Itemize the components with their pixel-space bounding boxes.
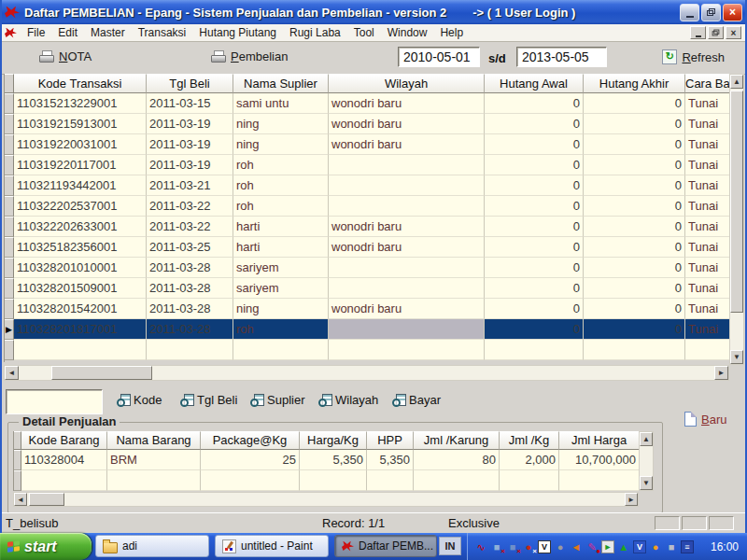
row-selector[interactable] <box>5 93 14 114</box>
activity-red-icon[interactable]: ∿ <box>474 540 487 553</box>
row-selector[interactable] <box>5 217 14 237</box>
cell[interactable]: 0 <box>584 299 685 319</box>
column-header-kode-barang[interactable]: Kode Barang <box>21 431 107 450</box>
search-input[interactable] <box>6 389 103 414</box>
cell[interactable] <box>367 470 414 491</box>
table-row[interactable]: 1103192159130012011-03-19ningwonodri bar… <box>5 114 730 134</box>
cell[interactable]: 2,000 <box>500 450 559 470</box>
language-indicator[interactable]: IN <box>439 537 461 555</box>
cell[interactable]: 110319220117001 <box>14 155 147 175</box>
cell[interactable] <box>329 155 485 175</box>
cell[interactable]: 0 <box>584 175 685 196</box>
mdi-minimize-button[interactable] <box>690 26 706 39</box>
cell[interactable]: Tunai <box>685 217 730 237</box>
menu-item-rugi-laba[interactable]: Rugi Laba <box>283 24 347 41</box>
cell[interactable] <box>107 470 201 491</box>
detail-horizontal-scroll-thumb[interactable] <box>29 493 64 506</box>
row-selector[interactable]: ▶ <box>5 319 14 340</box>
table-row[interactable]: 1103152132290012011-03-15sami untuwonodr… <box>5 93 730 114</box>
cell[interactable] <box>500 470 559 491</box>
cell[interactable]: Tunai <box>685 114 730 134</box>
cell[interactable]: wonodri baru <box>329 93 485 114</box>
cell[interactable]: Tunai <box>685 278 730 299</box>
menu-item-help[interactable]: Help <box>433 24 470 41</box>
cell[interactable] <box>201 470 300 491</box>
filter-button-bayar[interactable]: Bayar <box>392 393 441 407</box>
cell[interactable]: ning <box>233 299 329 319</box>
table-row[interactable]: 1103222026330012011-03-22hartiwonodri ba… <box>5 217 730 237</box>
document-v-icon[interactable]: V <box>538 540 551 553</box>
column-header-jml-kg[interactable]: Jml /Kg <box>500 431 559 450</box>
cell[interactable] <box>414 470 500 491</box>
cell[interactable]: 0 <box>584 319 685 340</box>
row-selector[interactable] <box>5 175 14 196</box>
cell[interactable]: 110328004 <box>21 450 107 470</box>
cell[interactable]: Tunai <box>685 319 730 340</box>
vertical-scroll-thumb[interactable] <box>730 91 743 313</box>
cell[interactable]: 0 <box>485 114 584 134</box>
cell[interactable]: wonodri baru <box>329 114 485 134</box>
cell[interactable] <box>14 340 147 360</box>
cell[interactable]: 0 <box>584 258 685 278</box>
cell[interactable]: 0 <box>485 175 584 196</box>
table-row[interactable]: ▶1103282018170012011-03-28roh00Tunai <box>5 319 730 340</box>
filter-button-kode[interactable]: Kode <box>117 393 162 407</box>
mdi-close-button[interactable]: × <box>726 26 741 39</box>
cell[interactable]: harti <box>233 237 329 258</box>
cell[interactable]: Tunai <box>685 196 730 217</box>
column-header-wilayah[interactable]: Wilayah <box>329 74 485 93</box>
row-selector[interactable] <box>5 299 14 319</box>
row-selector[interactable] <box>5 114 14 134</box>
cell[interactable]: 110328201542001 <box>14 299 147 319</box>
cell[interactable]: 110322202633001 <box>14 217 147 237</box>
display-monitor-icon[interactable]: ■ <box>665 540 678 553</box>
cell[interactable]: 0 <box>485 299 584 319</box>
cell[interactable]: 5,350 <box>367 450 414 470</box>
filter-button-suplier[interactable]: Suplier <box>250 393 304 407</box>
grid-horizontal-scrollbar[interactable]: ◄ ► <box>4 365 729 381</box>
shield-v-icon[interactable]: V <box>633 540 646 553</box>
taskbar-task-adi[interactable]: adi <box>95 535 209 557</box>
green-triangle-icon[interactable]: ▲ <box>617 540 630 553</box>
column-header-kode-transaksi[interactable]: Kode Transaksi <box>14 74 147 93</box>
cell[interactable]: Tunai <box>685 258 730 278</box>
column-header-tgl-beli[interactable]: Tgl Beli <box>147 74 233 93</box>
cell[interactable]: 10,700,000 <box>559 450 640 470</box>
cell[interactable]: 110325182356001 <box>14 237 147 258</box>
cell[interactable]: 0 <box>485 237 584 258</box>
cell[interactable]: 0 <box>485 134 584 155</box>
scroll-right-button[interactable]: ► <box>714 366 728 380</box>
cell[interactable]: Tunai <box>685 175 730 196</box>
grid-vertical-scrollbar[interactable]: ▲ ▼ <box>729 74 744 365</box>
minimize-button[interactable] <box>680 4 699 21</box>
cell[interactable]: Tunai <box>685 93 730 114</box>
cell[interactable] <box>329 258 485 278</box>
taskbar-task-daftar-pemb[interactable]: Daftar PEMB... <box>334 535 437 557</box>
table-row[interactable]: 110328004BRM255,3505,350802,00010,700,00… <box>14 450 640 470</box>
cell[interactable]: harti <box>233 217 329 237</box>
cell[interactable]: 2011-03-28 <box>147 319 233 340</box>
gray-circle-icon[interactable]: ● <box>554 540 567 553</box>
cell[interactable]: 0 <box>485 93 584 114</box>
cell[interactable]: ning <box>233 134 329 155</box>
column-header-hpp[interactable]: HPP <box>367 431 414 450</box>
table-row[interactable]: 1103282015090012011-03-28sariyem00Tunai <box>5 278 730 299</box>
cell[interactable]: 2011-03-28 <box>147 299 233 319</box>
column-header-hutang-akhir[interactable]: Hutang Akhir <box>584 74 685 93</box>
cell[interactable]: sariyem <box>233 278 329 299</box>
scroll-left-button[interactable]: ◄ <box>5 366 19 380</box>
volume-speaker-icon[interactable]: ◄ <box>570 540 583 553</box>
cell[interactable]: 0 <box>485 278 584 299</box>
cell[interactable]: 0 <box>485 155 584 175</box>
cell[interactable]: 110322202537001 <box>14 196 147 217</box>
cell[interactable] <box>559 470 640 491</box>
cell[interactable]: 2011-03-15 <box>147 93 233 114</box>
menu-item-tool[interactable]: Tool <box>347 24 381 41</box>
refresh-button[interactable]: ↻ Refresh <box>662 49 725 64</box>
date-from-input[interactable] <box>398 47 480 67</box>
menu-item-window[interactable]: Window <box>381 24 434 41</box>
table-row[interactable] <box>5 340 730 360</box>
table-row[interactable]: 1103192201170012011-03-19roh00Tunai <box>5 155 730 175</box>
pen-marker-icon[interactable]: ✎● <box>585 540 599 553</box>
cell[interactable]: 80 <box>414 450 500 470</box>
